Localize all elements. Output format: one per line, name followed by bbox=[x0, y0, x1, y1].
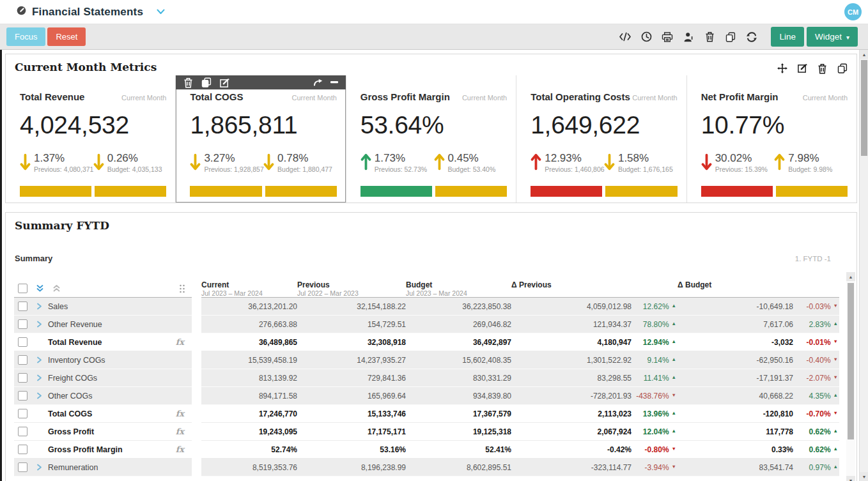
kpi-period-label: Current Month bbox=[121, 94, 166, 102]
column-header-2[interactable]: PreviousJul 2022 – Mar 2023 bbox=[297, 280, 406, 298]
row-label[interactable]: Remuneration bbox=[48, 463, 98, 472]
chevron-right-icon[interactable] bbox=[36, 303, 43, 310]
row-checkbox[interactable] bbox=[18, 427, 27, 436]
scroll-down-button[interactable]: ▼ bbox=[860, 472, 868, 481]
focus-button[interactable]: Focus bbox=[6, 27, 45, 46]
row-checkbox[interactable] bbox=[18, 337, 27, 347]
edit-icon[interactable] bbox=[798, 63, 807, 74]
copy-icon[interactable] bbox=[201, 77, 212, 88]
row-label[interactable]: Gross Profit bbox=[48, 427, 94, 436]
row-label[interactable]: Gross Profit Margin bbox=[48, 445, 123, 454]
print-icon[interactable] bbox=[661, 31, 674, 43]
chevron-right-icon[interactable] bbox=[36, 321, 43, 328]
kpi-delta-pct: 0.26% bbox=[107, 152, 162, 164]
app-window: Financial Statements CM Focus Reset Line… bbox=[0, 0, 868, 481]
widget-hover-toolbar bbox=[176, 75, 345, 89]
kpi-card-1[interactable]: Total RevenueCurrent Month4,024,5321.37%… bbox=[6, 75, 175, 202]
kpi-delta-pct: 7.98% bbox=[788, 152, 832, 164]
column-header-4[interactable]: Δ Previous bbox=[511, 280, 678, 298]
row-checkbox[interactable] bbox=[18, 445, 27, 454]
row-checkbox[interactable] bbox=[18, 391, 27, 401]
minus-icon[interactable] bbox=[330, 81, 338, 84]
table-header-row: CurrentJul 2023 – Mar 2024PreviousJul 20… bbox=[14, 280, 838, 298]
page-scrollbar[interactable]: ▲ ▼ bbox=[859, 50, 868, 481]
chevron-down-icon[interactable] bbox=[157, 9, 165, 15]
row-checkbox[interactable] bbox=[18, 409, 27, 418]
share-icon[interactable] bbox=[313, 79, 323, 86]
refresh-icon[interactable] bbox=[745, 31, 758, 43]
kpi-card-4[interactable]: Total Operating CostsCurrent Month1,649,… bbox=[516, 75, 686, 202]
cell-delta-previous-pct: 12.04%▲ bbox=[632, 423, 678, 441]
row-label[interactable]: Freight COGs bbox=[48, 374, 97, 383]
arrow-down-icon bbox=[93, 153, 104, 174]
kpi-card-3[interactable]: Gross Profit MarginCurrent Month53.64%1.… bbox=[346, 75, 516, 202]
column-header-5[interactable]: Δ Budget bbox=[678, 280, 839, 298]
table-scrollbar[interactable]: ▲ ▼ bbox=[846, 272, 855, 481]
row-label[interactable]: Other Revenue bbox=[48, 320, 102, 329]
row-label[interactable]: Inventory COGs bbox=[48, 356, 105, 365]
scroll-up-button[interactable]: ▲ bbox=[860, 50, 868, 59]
arrow-down-icon bbox=[20, 153, 31, 174]
trash-icon[interactable] bbox=[818, 63, 827, 74]
triangle-down-icon: ▼ bbox=[672, 392, 676, 398]
arrow-down-icon bbox=[190, 153, 201, 174]
row-label[interactable]: Total COGS bbox=[48, 409, 92, 418]
chevron-right-icon[interactable] bbox=[36, 356, 43, 363]
chevron-right-icon[interactable] bbox=[36, 464, 43, 471]
move-icon[interactable] bbox=[777, 63, 787, 74]
chevron-right-icon[interactable] bbox=[36, 374, 43, 381]
triangle-down-icon: ▼ bbox=[672, 464, 676, 470]
copy-icon[interactable] bbox=[837, 63, 848, 74]
cell-delta-previous: 83,298.55 bbox=[511, 369, 632, 387]
cell-delta-previous-pct: 12.62%▲ bbox=[632, 298, 678, 316]
copy-icon[interactable] bbox=[724, 31, 737, 43]
column-header-3[interactable]: BudgetJul 2023 – Mar 2024 bbox=[406, 280, 511, 298]
triangle-up-icon: ▲ bbox=[833, 392, 838, 398]
column-header-1[interactable]: CurrentJul 2023 – Mar 2024 bbox=[201, 280, 297, 298]
row-label[interactable]: Total Revenue bbox=[48, 338, 102, 347]
row-checkbox[interactable] bbox=[18, 302, 27, 311]
cell-previous: 729,841.36 bbox=[297, 369, 406, 387]
cell-budget: 934,839.80 bbox=[406, 387, 511, 405]
row-checkbox[interactable] bbox=[18, 462, 27, 472]
row-checkbox[interactable] bbox=[18, 373, 27, 383]
row-checkbox[interactable] bbox=[18, 319, 27, 329]
row-checkbox[interactable] bbox=[18, 355, 27, 365]
kpi-title: Net Profit Margin bbox=[701, 91, 779, 102]
trash-icon[interactable] bbox=[703, 31, 716, 43]
kpi-delta-caption: Previous: 52.73% bbox=[375, 165, 427, 174]
collapse-all-icon[interactable] bbox=[52, 284, 61, 293]
scrollbar-thumb[interactable] bbox=[861, 60, 867, 156]
cell-delta-previous-pct: -0.80%▼ bbox=[632, 441, 678, 459]
avatar[interactable]: CM bbox=[844, 3, 862, 20]
cell-budget: 8,602,895.51 bbox=[406, 459, 511, 477]
kpi-status-bar bbox=[605, 186, 677, 197]
dashboard-switcher[interactable]: Financial Statements bbox=[17, 6, 165, 19]
row-label[interactable]: Other COGs bbox=[48, 392, 92, 401]
drag-handle-icon[interactable] bbox=[179, 284, 185, 293]
line-button[interactable]: Line bbox=[771, 27, 804, 47]
code-icon[interactable] bbox=[619, 31, 632, 43]
chevron-right-icon[interactable] bbox=[36, 392, 43, 399]
expand-all-icon[interactable] bbox=[36, 284, 44, 293]
edit-icon[interactable] bbox=[220, 77, 229, 88]
kpi-delta-caption: Budget: 4,035,133 bbox=[107, 165, 162, 174]
kpi-card-2[interactable]: Total COGSCurrent Month1,865,8113.27%Pre… bbox=[175, 75, 345, 202]
reset-button[interactable]: Reset bbox=[47, 27, 86, 46]
kpi-delta-pct: 3.27% bbox=[204, 152, 263, 164]
widget-dropdown-button[interactable]: Widget▾ bbox=[807, 27, 858, 47]
trash-icon[interactable] bbox=[183, 77, 193, 88]
scroll-down-button[interactable]: ▼ bbox=[846, 476, 855, 481]
clock-icon[interactable] bbox=[640, 31, 653, 43]
table-row: Other COGs894,171.58165,969.64934,839.80… bbox=[14, 387, 838, 405]
formula-icon: fx bbox=[176, 409, 184, 418]
scrollbar-thumb[interactable] bbox=[848, 283, 854, 439]
summary-panel-title: Summary FYTD bbox=[15, 219, 109, 232]
caret-down-icon: ▾ bbox=[846, 34, 849, 41]
select-all-checkbox[interactable] bbox=[18, 284, 27, 293]
kpi-card-5[interactable]: Net Profit MarginCurrent Month10.77%30.0… bbox=[686, 75, 856, 202]
arrow-down-icon bbox=[701, 153, 712, 174]
row-label[interactable]: Sales bbox=[48, 302, 68, 311]
scroll-up-button[interactable]: ▲ bbox=[846, 272, 855, 281]
user-icon[interactable] bbox=[682, 31, 695, 43]
